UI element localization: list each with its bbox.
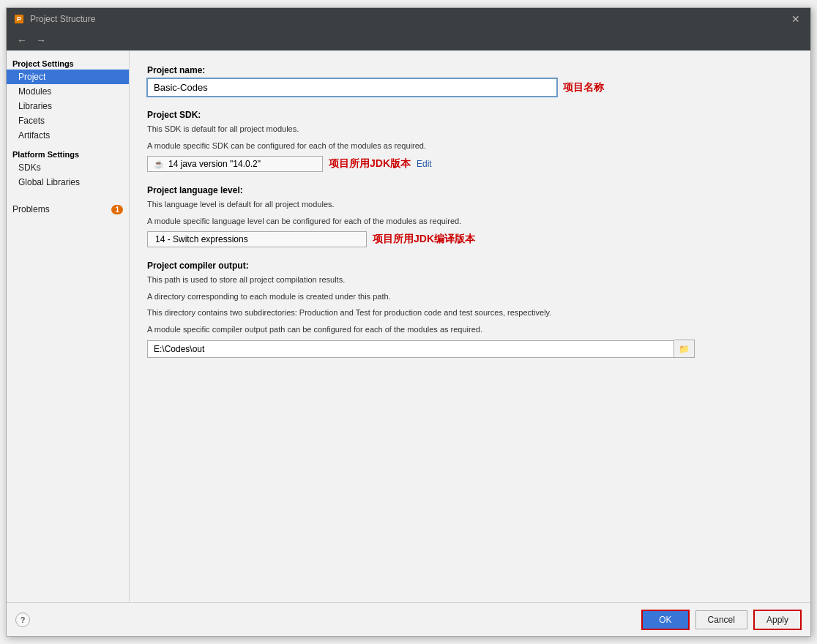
sdk-edit-link[interactable]: Edit <box>417 159 432 169</box>
lang-value: 14 - Switch expressions <box>155 234 248 244</box>
title-bar-left: P Project Structure <box>14 14 95 24</box>
sidebar-item-libraries[interactable]: Libraries <box>7 99 129 113</box>
back-button[interactable]: ← <box>14 33 30 48</box>
main-content: Project name: 项目名称 Project SDK: This SDK… <box>130 50 810 602</box>
sdk-desc2: A module specific SDK can be configured … <box>147 140 793 152</box>
platform-settings-header: Platform Settings <box>7 147 129 160</box>
sdk-desc1: This SDK is default for all project modu… <box>147 123 793 135</box>
svg-text:P: P <box>17 15 21 23</box>
sdk-value: 14 java version "14.0.2" <box>168 159 261 169</box>
sidebar-item-global-libraries[interactable]: Global Libraries <box>7 175 129 190</box>
sidebar-item-modules[interactable]: Modules <box>7 84 129 99</box>
project-name-section: Project name: 项目名称 <box>147 65 793 97</box>
dialog-icon: P <box>14 14 24 24</box>
project-name-row: 项目名称 <box>147 78 793 97</box>
sidebar-item-project[interactable]: Project <box>7 70 129 84</box>
compiler-desc2: A directory corresponding to each module… <box>147 291 793 303</box>
sidebar-item-sdks[interactable]: SDKs <box>7 160 129 175</box>
compiler-label: Project compiler output: <box>147 261 793 271</box>
sdk-section: Project SDK: This SDK is default for all… <box>147 110 793 172</box>
folder-icon: 📁 <box>679 344 690 354</box>
sidebar-item-artifacts[interactable]: Artifacts <box>7 128 129 143</box>
compiler-desc3: This directory contains two subdirectori… <box>147 307 793 319</box>
lang-label: Project language level: <box>147 185 793 195</box>
lang-desc2: A module specific language level can be … <box>147 215 793 228</box>
sdk-label: Project SDK: <box>147 110 793 120</box>
title-bar: P Project Structure ✕ <box>7 8 810 30</box>
cancel-button[interactable]: Cancel <box>695 610 747 629</box>
nav-bar: ← → <box>7 30 810 50</box>
footer: ? OK Cancel Apply <box>7 602 810 636</box>
project-settings-header: Project Settings <box>7 56 129 70</box>
lang-selector[interactable]: 14 - Switch expressions <box>147 231 367 247</box>
lang-section: Project language level: This language le… <box>147 185 793 247</box>
lang-row: 14 - Switch expressions 项目所用JDK编译版本 <box>147 231 793 247</box>
sidebar: Project Settings Project Modules Librari… <box>7 50 130 602</box>
compiler-path-input[interactable] <box>147 340 674 358</box>
close-button[interactable]: ✕ <box>788 12 803 26</box>
footer-right: OK Cancel Apply <box>641 610 802 630</box>
project-name-annotation: 项目名称 <box>563 81 604 94</box>
lang-desc1: This language level is default for all p… <box>147 198 793 211</box>
apply-button[interactable]: Apply <box>753 610 802 630</box>
problems-label: Problems <box>12 204 111 214</box>
sdk-row: ☕ 14 java version "14.0.2" 项目所用JDK版本 Edi… <box>147 156 793 172</box>
compiler-section: Project compiler output: This path is us… <box>147 261 793 358</box>
sdk-selector[interactable]: ☕ 14 java version "14.0.2" <box>147 156 323 172</box>
compiler-desc1: This path is used to store all project c… <box>147 274 793 286</box>
project-structure-dialog: P Project Structure ✕ ← → Project Settin… <box>6 7 811 637</box>
help-button[interactable]: ? <box>15 613 30 627</box>
lang-annotation: 项目所用JDK编译版本 <box>373 233 475 246</box>
forward-button[interactable]: → <box>33 33 49 48</box>
compiler-desc4: A module specific compiler output path c… <box>147 323 793 336</box>
project-name-input[interactable] <box>147 78 557 97</box>
dialog-title: Project Structure <box>30 14 95 24</box>
problems-badge: 1 <box>111 205 123 214</box>
content-area: Project Settings Project Modules Librari… <box>7 50 810 602</box>
compiler-path-browse-button[interactable]: 📁 <box>674 340 695 358</box>
footer-left: ? <box>15 613 30 627</box>
problems-row[interactable]: Problems 1 <box>7 201 129 217</box>
compiler-path-row: 📁 <box>147 340 793 358</box>
sidebar-item-facets[interactable]: Facets <box>7 113 129 128</box>
ok-button[interactable]: OK <box>641 610 689 630</box>
sdk-annotation: 项目所用JDK版本 <box>329 157 411 171</box>
sdk-icon: ☕ <box>154 160 164 169</box>
project-name-label: Project name: <box>147 65 793 75</box>
